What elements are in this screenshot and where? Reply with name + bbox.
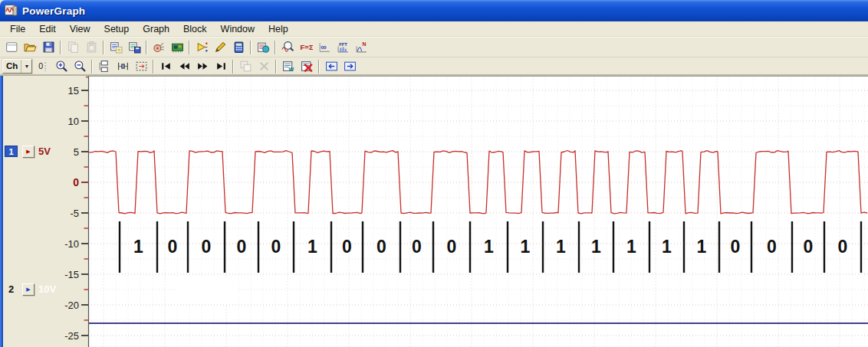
toolbar-separator xyxy=(250,41,252,54)
main-toolbar: F=Σ∞FFTN xyxy=(0,37,868,57)
first-block-button[interactable] xyxy=(156,58,175,74)
paste-icon xyxy=(85,41,98,54)
menu-bar: FileEditViewSetupGraphBlockWindowHelp xyxy=(0,21,868,37)
copy-icon xyxy=(67,41,80,54)
channel-1-number[interactable]: 1 xyxy=(5,146,18,157)
svg-text:∞: ∞ xyxy=(321,42,327,51)
channel-2-number[interactable]: 2 xyxy=(5,283,18,295)
bit-value: 0 xyxy=(731,237,741,257)
bit-value: 0 xyxy=(202,237,212,257)
save-file-button[interactable] xyxy=(39,39,58,55)
channel-selector-button[interactable]: Ch▼ xyxy=(2,59,32,74)
bit-value: 0 xyxy=(237,237,247,257)
menu-help[interactable]: Help xyxy=(261,22,295,36)
bit-value: 0 xyxy=(342,237,352,257)
toolbar-separator xyxy=(146,41,147,54)
block-notes-button[interactable] xyxy=(254,39,272,55)
menu-setup[interactable]: Setup xyxy=(97,22,136,36)
paste-button xyxy=(82,39,100,55)
zoom-signal-button[interactable] xyxy=(278,39,297,55)
xy-plot-button[interactable]: ∞ xyxy=(315,39,334,55)
fft-analysis-button[interactable]: FFT xyxy=(334,39,352,55)
plot-background xyxy=(88,77,868,347)
formula-editor-button[interactable]: F=Σ xyxy=(297,39,315,55)
insert-left-icon xyxy=(325,60,338,73)
powergraph-window: PowerGraph FileEditViewSetupGraphBlockWi… xyxy=(0,0,868,347)
svg-text:-15: -15 xyxy=(64,269,79,280)
fit-to-window-button[interactable] xyxy=(132,58,150,74)
y-axis-ticks: 151050-5-10-15-20-25 xyxy=(64,77,88,342)
chevron-down-icon[interactable]: ▼ xyxy=(21,60,31,73)
write-block-to-file-button[interactable] xyxy=(125,39,143,55)
svg-text:-25: -25 xyxy=(64,330,79,342)
app-icon[interactable] xyxy=(5,5,18,17)
compress-horizontal-button[interactable] xyxy=(113,58,132,74)
menu-file[interactable]: File xyxy=(3,22,32,36)
menu-edit[interactable]: Edit xyxy=(32,22,63,36)
bit-value: 1 xyxy=(662,237,672,257)
toolbar-separator xyxy=(60,41,61,54)
bit-value: 1 xyxy=(626,237,636,257)
nav-prev-icon xyxy=(178,60,191,73)
zero-lines-button[interactable]: 0 xyxy=(34,58,52,74)
channel-2-menu-button[interactable]: ▶ xyxy=(22,283,35,296)
split-channels-button[interactable] xyxy=(95,58,113,74)
bit-value: 0 xyxy=(412,237,422,257)
bit-value: 1 xyxy=(556,237,566,257)
last-block-button[interactable] xyxy=(212,58,230,74)
graph-plot-area[interactable]: 151050-5-10-15-20-2510000100001111111000… xyxy=(0,76,868,347)
bit-value: 0 xyxy=(447,237,457,257)
nav-last-icon xyxy=(215,60,228,73)
toolbar-separator xyxy=(153,60,154,74)
next-block-button[interactable] xyxy=(193,58,212,74)
open-file-button[interactable] xyxy=(21,39,39,55)
calculator-button[interactable] xyxy=(229,39,248,55)
block-delete-icon xyxy=(301,60,314,73)
svg-text:10: 10 xyxy=(68,116,79,127)
fitbox-icon xyxy=(135,60,148,73)
svg-text:-20: -20 xyxy=(64,300,79,311)
previous-block-button[interactable] xyxy=(175,58,193,74)
trigger-settings-button[interactable] xyxy=(192,39,211,55)
bit-value: 0 xyxy=(838,237,848,257)
new-graph-window-button[interactable] xyxy=(2,39,21,55)
channel-selector-label: Ch xyxy=(3,60,21,73)
device-settings-button[interactable] xyxy=(168,39,186,55)
title-bar: PowerGraph xyxy=(0,0,868,21)
zoom-out-icon xyxy=(74,60,87,73)
channel-2-range-label: 10V xyxy=(38,283,56,295)
channel-1-menu-button[interactable]: ▶ xyxy=(22,146,35,158)
copy-button xyxy=(64,39,82,55)
marker-pen-button[interactable] xyxy=(211,39,229,55)
bit-value: 1 xyxy=(307,237,317,257)
block-to-new-window-button[interactable]: w xyxy=(279,58,298,74)
channel-2-control: 2 ▶ 10V xyxy=(5,283,56,296)
delete-block-button[interactable] xyxy=(298,58,316,74)
plug-icon xyxy=(153,41,166,54)
floppy-icon xyxy=(42,41,55,54)
folder-open-icon xyxy=(24,41,37,54)
read-block-from-file-button[interactable] xyxy=(107,39,125,55)
menu-view[interactable]: View xyxy=(63,22,97,36)
probe-settings-button[interactable] xyxy=(150,39,168,55)
toolbar-separator xyxy=(189,41,190,54)
hist-icon: N xyxy=(355,41,368,54)
amp-icon xyxy=(196,41,209,54)
menu-block[interactable]: Block xyxy=(176,22,214,36)
fft-icon: FFT xyxy=(337,41,350,54)
zoom-out-button[interactable] xyxy=(71,58,89,74)
insert-block-left-button[interactable] xyxy=(322,58,340,74)
menu-window[interactable]: Window xyxy=(214,22,261,36)
zoom-signal-icon xyxy=(281,41,294,54)
insert-block-right-button[interactable] xyxy=(340,58,359,74)
window-title: PowerGraph xyxy=(22,5,85,17)
histogram-analysis-button[interactable]: N xyxy=(352,39,370,55)
graph-toolbar: Ch▼0w xyxy=(0,58,868,76)
menu-graph[interactable]: Graph xyxy=(136,22,176,36)
svg-text:0: 0 xyxy=(38,61,43,70)
bit-value: 1 xyxy=(484,237,494,257)
svg-text:FFT: FFT xyxy=(339,42,347,47)
zoom-in-button[interactable] xyxy=(52,58,71,74)
toolbar-separator xyxy=(232,60,234,74)
zero-icon: 0 xyxy=(37,60,50,73)
